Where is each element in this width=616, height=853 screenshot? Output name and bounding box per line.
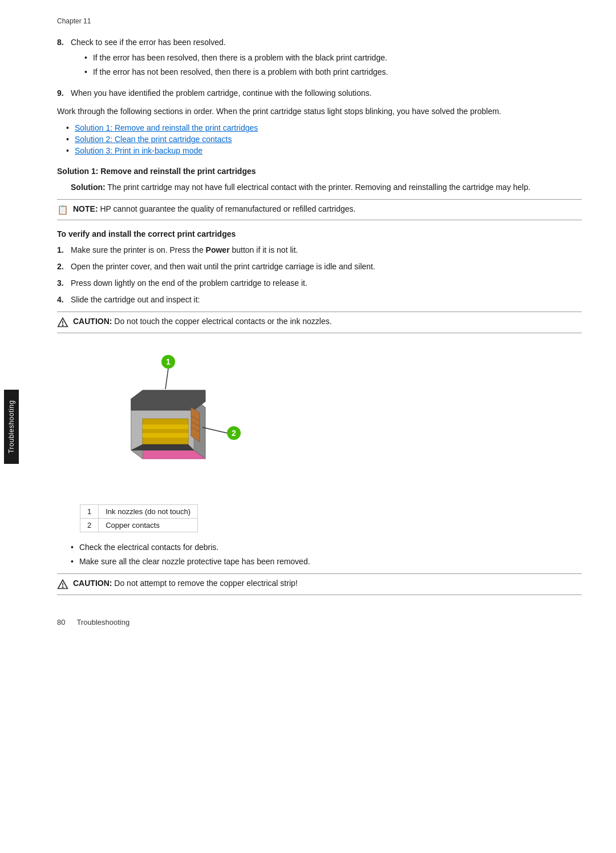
step-9-text: When you have identified the problem car… <box>71 88 372 98</box>
page-number: 80 <box>57 618 65 626</box>
step-3: 3. Press down lightly on the end of the … <box>57 277 582 289</box>
svg-marker-10 <box>143 433 188 438</box>
step-8: 8. Check to see if the error has been re… <box>57 37 582 82</box>
step-1-content: Make sure the printer is on. Press the P… <box>71 244 582 256</box>
step-8-content: Check to see if the error has been resol… <box>71 37 582 82</box>
step-8-number: 8. <box>57 37 71 82</box>
link-item-2[interactable]: Solution 2: Clean the print cartridge co… <box>66 135 582 144</box>
step-8-bullet-2-text: If the error has not been resolved, then… <box>93 66 388 78</box>
cartridge-svg: 1 2 <box>80 345 262 482</box>
link-item-1[interactable]: Solution 1: Remove and reinstall the pri… <box>66 123 582 132</box>
caution-1-text: Do not touch the copper electrical conta… <box>112 317 331 326</box>
check-bullets: Check the electrical contacts for debris… <box>71 541 582 568</box>
step-8-text: Check to see if the error has been resol… <box>71 38 226 47</box>
check-bullet-2: Make sure all the clear nozzle protectiv… <box>71 556 582 568</box>
step-9-number: 9. <box>57 87 71 99</box>
step-8-bullet-2: If the error has not been resolved, then… <box>84 66 582 78</box>
caution-triangle-icon-1 <box>57 317 68 328</box>
check-bullet-1-text: Check the electrical contacts for debris… <box>79 541 218 553</box>
cartridge-illustration: 1 2 <box>80 345 274 493</box>
parts-label-2: Copper contacts <box>99 519 198 532</box>
step-8-bullets: If the error has been resolved, then the… <box>84 52 582 78</box>
note-box: 📋 NOTE: HP cannot guarantee the quality … <box>57 199 582 220</box>
solution-label: Solution: <box>71 183 106 192</box>
note-text: HP cannot guarantee the quality of reman… <box>98 204 356 213</box>
side-tab: Troubleshooting <box>4 390 19 464</box>
svg-text:2: 2 <box>232 428 236 438</box>
section-heading: Solution 1: Remove and reinstall the pri… <box>57 167 582 176</box>
svg-text:1: 1 <box>166 357 171 366</box>
solution-text: The print cartridge may not have full el… <box>106 183 530 192</box>
parts-label-1: Ink nozzles (do not touch) <box>99 505 198 519</box>
parts-row-1: 1 Ink nozzles (do not touch) <box>80 505 198 519</box>
svg-line-24 <box>202 427 227 433</box>
svg-point-2 <box>62 325 63 326</box>
step-9: 9. When you have identified the problem … <box>57 87 582 99</box>
svg-marker-15 <box>191 407 200 442</box>
page-footer: 80 Troubleshooting <box>57 618 582 626</box>
side-tab-label: Troubleshooting <box>7 400 15 453</box>
caution-box-1: CAUTION: Do not touch the copper electri… <box>57 312 582 333</box>
check-bullet-2-text: Make sure all the clear nozzle protectiv… <box>79 556 310 568</box>
footer-chapter: Troubleshooting <box>76 618 129 626</box>
caution-2-text: Do not attempt to remove the copper elec… <box>112 579 297 588</box>
parts-row-2: 2 Copper contacts <box>80 519 198 532</box>
caution-box-2: CAUTION: Do not attempt to remove the co… <box>57 573 582 595</box>
step-1-num: 1. <box>57 244 71 256</box>
step-8-bullet-1-text: If the error has been resolved, then the… <box>93 52 387 64</box>
link-solution-3[interactable]: Solution 3: Print in ink-backup mode <box>75 146 202 155</box>
svg-marker-9 <box>143 425 188 429</box>
step-8-bullet-1: If the error has been resolved, then the… <box>84 52 582 64</box>
note-content: NOTE: HP cannot guarantee the quality of… <box>73 204 355 213</box>
link-item-3[interactable]: Solution 3: Print in ink-backup mode <box>66 146 582 155</box>
parts-num-2: 2 <box>80 519 99 532</box>
note-icon: 📋 <box>57 204 68 215</box>
step-2-num: 2. <box>57 261 71 273</box>
step-4-num: 4. <box>57 294 71 306</box>
caution-triangle-icon-2 <box>57 579 68 590</box>
step-3-num: 3. <box>57 277 71 289</box>
note-label: NOTE: <box>73 204 98 213</box>
link-solution-1[interactable]: Solution 1: Remove and reinstall the pri… <box>75 123 258 132</box>
step-3-content: Press down lightly on the end of the pro… <box>71 277 582 289</box>
step-4-content: Slide the cartridge out and inspect it: <box>71 294 582 306</box>
link-solution-2[interactable]: Solution 2: Clean the print cartridge co… <box>75 135 232 144</box>
check-bullet-1: Check the electrical contacts for debris… <box>71 541 582 553</box>
chapter-label: Chapter 11 <box>57 17 91 25</box>
caution-1-content: CAUTION: Do not touch the copper electri… <box>73 317 332 326</box>
solution-paragraph: Solution: The print cartridge may not ha… <box>71 181 582 193</box>
link-list: Solution 1: Remove and reinstall the pri… <box>66 123 582 155</box>
step-1: 1. Make sure the printer is on. Press th… <box>57 244 582 256</box>
caution-1-label: CAUTION: <box>73 317 112 326</box>
step-2-content: Open the printer cover, and then wait un… <box>71 261 582 273</box>
step-4: 4. Slide the cartridge out and inspect i… <box>57 294 582 306</box>
svg-marker-14 <box>131 444 194 450</box>
step-2: 2. Open the printer cover, and then wait… <box>57 261 582 273</box>
step-9-content: When you have identified the problem car… <box>71 87 582 99</box>
parts-num-1: 1 <box>80 505 99 519</box>
intro-paragraph: Work through the following sections in o… <box>57 105 582 118</box>
svg-marker-13 <box>131 390 205 410</box>
caution-2-content: CAUTION: Do not attempt to remove the co… <box>73 579 298 588</box>
chapter-header: Chapter 11 <box>57 17 582 25</box>
verify-heading: To verify and install the correct print … <box>57 229 582 238</box>
svg-point-27 <box>62 587 63 588</box>
svg-marker-8 <box>143 419 188 444</box>
svg-line-21 <box>165 369 168 389</box>
parts-table: 1 Ink nozzles (do not touch) 2 Copper co… <box>80 504 198 532</box>
caution-2-label: CAUTION: <box>73 579 112 588</box>
